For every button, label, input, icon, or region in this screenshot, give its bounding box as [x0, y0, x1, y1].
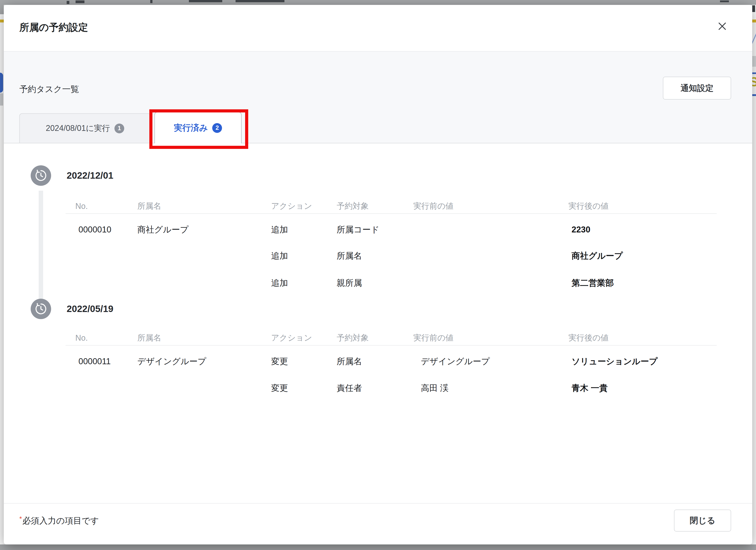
- background-page-bottom-strip: [0, 544, 756, 550]
- notification-settings-button[interactable]: 通知設定: [663, 77, 731, 100]
- background-fragment: [752, 33, 756, 48]
- column-target: 予約対象: [337, 332, 413, 343]
- background-fragment: [150, 0, 152, 3]
- column-before: 実行前の値: [413, 201, 568, 212]
- history-clock-icon: [31, 299, 51, 319]
- footer-divider: [4, 503, 752, 504]
- column-no: No.: [75, 333, 137, 343]
- table-row: 追加 所属名 商社グループ: [75, 250, 717, 261]
- cell-action: 追加: [271, 277, 337, 289]
- background-fragment: [752, 5, 755, 12]
- background-fragment: [67, 1, 69, 4]
- required-note-text: 必須入力の項目です: [22, 516, 99, 525]
- table-row: 0000010 商社グループ 追加 所属コード 2230: [75, 224, 717, 235]
- cell-target: 所属名: [337, 250, 413, 262]
- tab-executed[interactable]: 実行済み 2: [154, 112, 242, 143]
- background-fragment: [752, 94, 756, 96]
- cell-target: 責任者: [337, 382, 413, 394]
- cell-action: 変更: [271, 356, 337, 367]
- cell-after: 商社グループ: [568, 250, 717, 262]
- cell-after: 青木 一貴: [568, 382, 717, 394]
- section-title: 予約タスク一覧: [19, 84, 79, 95]
- column-target: 予約対象: [337, 201, 413, 212]
- timeline-date: 2022/12/01: [67, 170, 113, 181]
- background-fragment: [0, 73, 3, 93]
- cell-name: デザイングループ: [137, 356, 271, 367]
- table-header-row: No. 所属名 アクション 予約対象 実行前の値 実行後の値: [75, 201, 717, 211]
- cell-after: 第二営業部: [568, 277, 717, 289]
- task-list-section: 予約タスク一覧 通知設定 2024/08/01に実行 1 実行済み 2: [4, 52, 752, 143]
- background-fragment: [720, 0, 729, 2]
- tab-scheduled-label: 2024/08/01に実行: [46, 123, 110, 134]
- close-icon-glyph: [717, 21, 727, 31]
- background-page-top-strip: [0, 0, 756, 5]
- tab-executed-label: 実行済み: [174, 122, 208, 134]
- cell-after: ソリューションループ: [568, 356, 717, 367]
- background-fragment: [752, 56, 756, 67]
- table-row: 0000011 デザイングループ 変更 所属名 デザイングループ ソリューション…: [75, 356, 717, 366]
- close-icon[interactable]: [715, 19, 729, 33]
- background-fragment: [752, 72, 756, 74]
- timeline-connector: [39, 191, 43, 304]
- column-after: 実行後の値: [568, 201, 717, 212]
- column-before: 実行前の値: [413, 332, 568, 343]
- column-action: アクション: [271, 332, 337, 343]
- background-fragment: [189, 0, 222, 2]
- table-header-divider: [66, 213, 717, 214]
- background-page-left-edge: [0, 5, 4, 544]
- cell-no: 0000010: [75, 225, 137, 234]
- table-row: 変更 責任者 高田 渓 青木 一貴: [75, 382, 717, 393]
- background-fragment: [0, 5, 4, 14]
- cell-action: 追加: [271, 224, 337, 235]
- table-header-divider: [66, 345, 717, 346]
- tab-executed-count-badge: 2: [212, 123, 222, 133]
- cell-action: 追加: [271, 250, 337, 262]
- cell-target: 親所属: [337, 277, 413, 289]
- background-sv-text: SV: [752, 74, 756, 89]
- cell-before: デザイングループ: [413, 356, 568, 367]
- column-action: アクション: [271, 201, 337, 212]
- background-fragment: [236, 0, 284, 2]
- cell-before: 高田 渓: [413, 382, 568, 394]
- column-after: 実行後の値: [568, 332, 717, 343]
- background-fragment: [752, 20, 756, 22]
- reservation-settings-modal: 所属の予約設定 予約タスク一覧 通知設定 2024/08/01に実行 1 実行済…: [4, 5, 752, 544]
- close-button[interactable]: 閉じる: [674, 510, 731, 532]
- tab-bar-divider: [4, 143, 752, 143]
- tab-scheduled-count-badge: 1: [114, 124, 124, 133]
- cell-target: 所属コード: [337, 224, 413, 235]
- background-fragment: [76, 0, 84, 3]
- tab-scheduled[interactable]: 2024/08/01に実行 1: [19, 113, 151, 143]
- cell-name: 商社グループ: [137, 224, 271, 235]
- required-asterisk: *: [19, 515, 22, 522]
- background-fragment: [0, 20, 4, 22]
- page-root: SV 所属の予約設定 予約タスク一覧 通知設定 2024/08/01に実行 1: [0, 0, 756, 550]
- timeline-date: 2022/05/19: [67, 304, 113, 314]
- table-header-row: No. 所属名 アクション 予約対象 実行前の値 実行後の値: [75, 332, 717, 343]
- column-no: No.: [75, 202, 137, 211]
- table-row: 追加 親所属 第二営業部: [75, 277, 717, 288]
- cell-after: 2230: [568, 225, 717, 234]
- history-clock-icon: [31, 165, 51, 186]
- cell-target: 所属名: [337, 356, 413, 367]
- background-page-right-edge: SV: [752, 5, 756, 544]
- cell-no: 0000011: [75, 357, 137, 366]
- column-name: 所属名: [137, 201, 271, 212]
- executed-tasks-panel: 2022/12/01 No. 所属名 アクション 予約対象 実行前の値 実行後の…: [4, 143, 752, 503]
- modal-title: 所属の予約設定: [19, 21, 88, 34]
- required-note: *必須入力の項目です: [19, 515, 99, 526]
- background-fragment: [0, 93, 3, 106]
- cell-action: 変更: [271, 382, 337, 394]
- column-name: 所属名: [137, 332, 271, 343]
